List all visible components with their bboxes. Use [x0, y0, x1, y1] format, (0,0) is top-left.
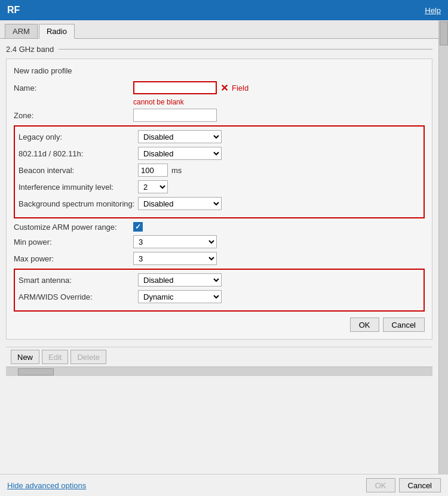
bg-spectrum-label: Background spectrum monitoring: — [19, 199, 138, 208]
app-title: RF — [7, 5, 20, 16]
v-scroll-thumb[interactable] — [440, 21, 448, 45]
tabs-bar: ARM Radio — [0, 20, 438, 39]
beacon-input-group: ms — [138, 164, 182, 177]
footer-cancel-button[interactable]: Cancel — [399, 478, 441, 492]
dialog-box: New radio profile Name: ✕ Field cannot b… — [6, 58, 432, 340]
min-power-label: Min power: — [14, 238, 133, 247]
ieee80211-label: 802.11d / 802.11h: — [19, 149, 138, 158]
beacon-unit: ms — [171, 166, 182, 175]
edit-button[interactable]: Edit — [42, 350, 68, 364]
beacon-label: Beacon interval: — [19, 166, 138, 175]
hide-advanced-link[interactable]: Hide advanced options — [7, 481, 86, 490]
arm-wids-select[interactable]: Dynamic Enabled Disabled — [138, 290, 222, 303]
smart-antenna-label: Smart antenna: — [19, 276, 138, 285]
beacon-input[interactable] — [138, 164, 168, 177]
bottom-action-bar: New Edit Delete — [6, 347, 432, 366]
dialog-cancel-button[interactable]: Cancel — [383, 318, 425, 332]
section-header: 2.4 GHz band — [6, 45, 432, 54]
dialog-title: New radio profile — [14, 66, 425, 75]
customize-arm-label: Customize ARM power range: — [14, 223, 133, 232]
new-button[interactable]: New — [11, 350, 39, 364]
dialog-buttons: OK Cancel — [14, 318, 425, 332]
section-label: 2.4 GHz band — [6, 45, 54, 54]
legacy-only-select[interactable]: Disabled Enabled — [138, 130, 222, 143]
h-scroll-thumb[interactable] — [18, 368, 54, 375]
panel-content: 2.4 GHz band New radio profile Name: ✕ F… — [0, 39, 438, 474]
footer-ok-button[interactable]: OK — [366, 478, 395, 492]
name-label: Name: — [14, 84, 133, 93]
vertical-scrollbar[interactable] — [438, 20, 448, 474]
interference-input-group: 1 2 3 4 5 — [138, 180, 168, 193]
name-row: Name: ✕ Field — [14, 81, 425, 94]
smart-antenna-select[interactable]: Disabled Enabled — [138, 273, 222, 286]
tab-arm[interactable]: ARM — [5, 24, 38, 38]
footer-buttons: OK Cancel — [366, 478, 441, 492]
tab-radio[interactable]: Radio — [39, 24, 75, 39]
name-input[interactable] — [133, 81, 217, 94]
main-content: ARM Radio 2.4 GHz band New radio profile… — [0, 20, 448, 474]
smart-antenna-row: Smart antenna: Disabled Enabled — [19, 273, 420, 286]
interference-label: Interference immunity level: — [19, 183, 138, 192]
error-x-icon: ✕ — [220, 82, 228, 94]
min-power-row: Min power: 12345 — [14, 235, 425, 248]
red-box-group1: Legacy only: Disabled Enabled 802.11d / … — [14, 125, 425, 218]
horizontal-scrollbar[interactable] — [6, 366, 432, 376]
delete-button[interactable]: Delete — [70, 350, 106, 364]
beacon-row: Beacon interval: ms — [19, 164, 420, 177]
arm-wids-label: ARM/WIDS Override: — [19, 292, 138, 301]
help-link[interactable]: Help — [425, 6, 441, 15]
dialog-ok-button[interactable]: OK — [350, 318, 379, 332]
max-power-select[interactable]: 12345 — [133, 252, 217, 265]
legacy-only-row: Legacy only: Disabled Enabled — [19, 130, 420, 143]
ieee80211-row: 802.11d / 802.11h: Disabled Enabled — [19, 147, 420, 160]
footer: Hide advanced options OK Cancel — [0, 474, 448, 496]
bg-spectrum-row: Background spectrum monitoring: Disabled… — [19, 197, 420, 210]
min-power-select[interactable]: 12345 — [133, 235, 217, 248]
red-box-group2: Smart antenna: Disabled Enabled ARM/WIDS… — [14, 269, 425, 312]
interference-select[interactable]: 1 2 3 4 5 — [138, 180, 168, 193]
max-power-label: Max power: — [14, 254, 133, 263]
interference-row: Interference immunity level: 1 2 3 4 5 — [19, 180, 420, 193]
customize-arm-checkbox[interactable] — [133, 222, 143, 232]
error-field-row: ✕ Field — [133, 81, 248, 94]
customize-arm-row: Customize ARM power range: — [14, 222, 425, 232]
error-message: cannot be blank — [133, 98, 425, 106]
legacy-only-label: Legacy only: — [19, 133, 138, 141]
error-field-text: Field — [232, 84, 248, 93]
title-bar: RF Help — [0, 0, 448, 20]
bg-spectrum-select[interactable]: Disabled Enabled — [138, 197, 222, 210]
arm-wids-row: ARM/WIDS Override: Dynamic Enabled Disab… — [19, 290, 420, 303]
ieee80211-select[interactable]: Disabled Enabled — [138, 147, 222, 160]
left-panel: ARM Radio 2.4 GHz band New radio profile… — [0, 20, 438, 474]
zone-row: Zone: — [14, 109, 425, 122]
zone-input[interactable] — [133, 109, 217, 122]
max-power-row: Max power: 12345 — [14, 252, 425, 265]
zone-label: Zone: — [14, 111, 133, 120]
